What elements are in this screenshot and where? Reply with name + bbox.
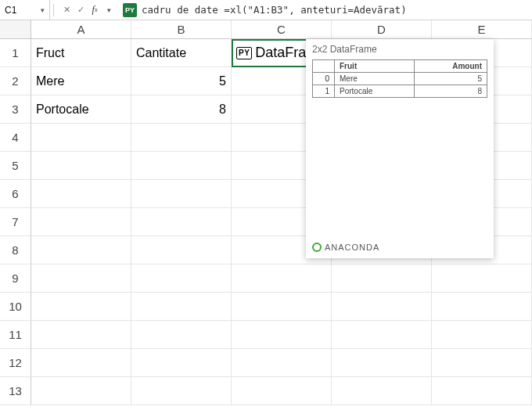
cell[interactable]: Cantitate: [131, 39, 232, 67]
row-header[interactable]: 6: [0, 180, 31, 208]
cell[interactable]: 8: [131, 95, 232, 124]
formula-bar: C1 ▾ ✕ ✓ fx ▾ PY cadru de date = xl("A1:…: [0, 0, 532, 20]
cell[interactable]: [131, 264, 232, 293]
cell[interactable]: [31, 180, 131, 208]
anaconda-label: ANACONDA: [325, 243, 379, 252]
cell[interactable]: [332, 293, 432, 321]
cancel-button[interactable]: ✕: [60, 4, 73, 16]
grid: 1 2 3 4 5 6 7 8 9 10 11 12 13 Fruct Cant…: [0, 39, 532, 410]
table-header: Amount: [414, 60, 487, 73]
table-cell: Mere: [335, 73, 415, 85]
separator: [53, 4, 54, 16]
cell[interactable]: [131, 293, 232, 321]
row-header[interactable]: 2: [0, 67, 31, 95]
cell[interactable]: [232, 349, 332, 377]
column-header[interactable]: D: [332, 20, 432, 38]
column-header[interactable]: B: [131, 20, 232, 38]
cell[interactable]: [131, 321, 232, 349]
cell[interactable]: 5: [131, 67, 232, 95]
cell[interactable]: [31, 124, 131, 152]
cell[interactable]: Mere: [31, 67, 131, 95]
table-cell: 1: [313, 85, 335, 98]
formula-bar-buttons: ✕ ✓ fx ▾: [57, 4, 118, 16]
cell[interactable]: [131, 124, 232, 152]
formula-code: xl("A1:B3", anteturi=Adevărat): [230, 4, 407, 16]
row-header[interactable]: 11: [0, 321, 31, 349]
cell[interactable]: [131, 349, 232, 377]
cell[interactable]: [232, 377, 332, 405]
table-row: Fruit Amount: [313, 60, 487, 73]
cell[interactable]: [31, 321, 131, 349]
table-cell: Portocale: [335, 85, 415, 98]
cell[interactable]: [232, 293, 332, 321]
row-header[interactable]: 5: [0, 152, 31, 180]
python-badge-icon: PY: [123, 3, 137, 17]
cell[interactable]: [31, 152, 131, 180]
cell[interactable]: [232, 321, 332, 349]
table-cell: 5: [414, 73, 487, 85]
column-header[interactable]: C: [232, 20, 332, 38]
cell[interactable]: [31, 264, 131, 293]
row-headers: 1 2 3 4 5 6 7 8 9 10 11 12 13: [0, 39, 31, 410]
cell[interactable]: Portocale: [31, 95, 131, 124]
table-cell: 0: [313, 73, 335, 85]
row-header[interactable]: 1: [0, 39, 31, 67]
card-footer: ANACONDA: [312, 243, 487, 252]
dataframe-card-title: 2x2 DataFrame: [312, 44, 487, 55]
confirm-button[interactable]: ✓: [74, 4, 87, 16]
cell[interactable]: [31, 349, 131, 377]
cell[interactable]: [332, 321, 432, 349]
row-header[interactable]: 8: [0, 236, 31, 264]
column-header[interactable]: E: [432, 20, 532, 38]
dataframe-preview-table: Fruit Amount 0 Mere 5 1 Portocale 8: [312, 59, 487, 98]
cell[interactable]: [31, 377, 131, 405]
anaconda-logo-icon: [312, 243, 322, 252]
row-header[interactable]: 3: [0, 95, 31, 124]
cell[interactable]: [31, 208, 131, 236]
cell[interactable]: Fruct: [31, 39, 131, 67]
formula-label: cadru de date =: [142, 4, 230, 16]
cell[interactable]: [332, 377, 432, 405]
cell[interactable]: [432, 321, 532, 349]
chevron-down-icon[interactable]: ▾: [41, 6, 45, 14]
cell[interactable]: [332, 349, 432, 377]
cell[interactable]: [131, 180, 232, 208]
cell[interactable]: [131, 236, 232, 264]
table-header: [313, 60, 335, 73]
python-object-icon: PY: [236, 47, 252, 59]
cell[interactable]: [31, 236, 131, 264]
column-header[interactable]: A: [31, 20, 131, 38]
cell[interactable]: [332, 264, 432, 293]
cell[interactable]: [232, 264, 332, 293]
cell[interactable]: [131, 152, 232, 180]
cell-reference: C1: [5, 5, 16, 16]
row-header[interactable]: 13: [0, 377, 31, 405]
formula-text[interactable]: cadru de date = xl("A1:B3", anteturi=Ade…: [142, 4, 407, 16]
row-header[interactable]: 9: [0, 264, 31, 293]
cell[interactable]: [131, 377, 232, 405]
cell[interactable]: [432, 293, 532, 321]
fx-button[interactable]: fx: [88, 4, 101, 16]
cell[interactable]: [432, 377, 532, 405]
select-all-corner[interactable]: [0, 20, 31, 38]
chevron-down-icon[interactable]: ▾: [102, 4, 115, 16]
cell[interactable]: [131, 208, 232, 236]
table-row: 0 Mere 5: [313, 73, 487, 85]
column-headers: A B C D E: [0, 20, 532, 39]
cell[interactable]: [432, 349, 532, 377]
table-header: Fruit: [335, 60, 415, 73]
name-box[interactable]: C1 ▾: [0, 0, 50, 20]
row-header[interactable]: 4: [0, 124, 31, 152]
cell[interactable]: [31, 293, 131, 321]
row-header[interactable]: 12: [0, 349, 31, 377]
dataframe-preview-card: 2x2 DataFrame Fruit Amount 0 Mere 5 1 Po…: [306, 39, 494, 258]
row-header[interactable]: 7: [0, 208, 31, 236]
table-cell: 8: [414, 85, 487, 98]
table-row: 1 Portocale 8: [313, 85, 487, 98]
row-header[interactable]: 10: [0, 293, 31, 321]
cell[interactable]: [432, 264, 532, 293]
